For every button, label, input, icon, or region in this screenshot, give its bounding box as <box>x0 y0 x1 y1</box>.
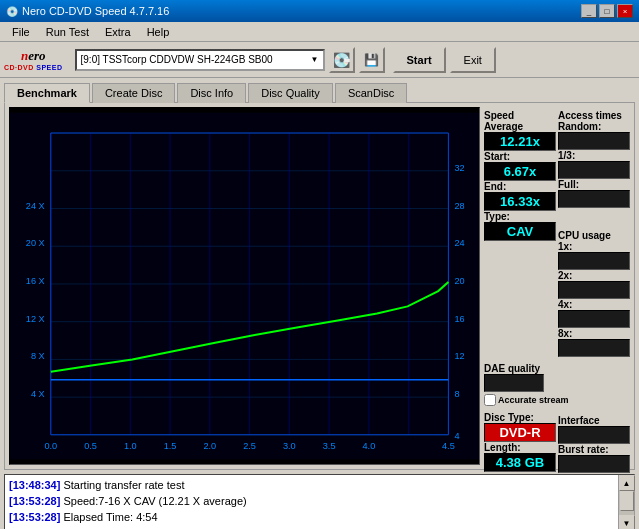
right-panel: Speed Average 12.21x Start: 6.67x End: 1… <box>484 103 634 469</box>
svg-text:4: 4 <box>455 431 460 441</box>
svg-text:24: 24 <box>455 238 465 248</box>
log-line-3: [13:53:28] Elapsed Time: 4:54 <box>9 509 614 525</box>
svg-text:2.0: 2.0 <box>203 441 216 451</box>
scroll-thumb[interactable] <box>620 491 634 511</box>
svg-text:20: 20 <box>455 276 465 286</box>
interface-value <box>558 426 630 444</box>
tab-disc-quality[interactable]: Disc Quality <box>248 83 333 103</box>
dae-label: DAE quality <box>484 363 630 374</box>
log-text-2: Speed:7-16 X CAV (12.21 X average) <box>63 495 246 507</box>
svg-text:24 X: 24 X <box>26 201 45 211</box>
log-area: [13:48:34] Starting transfer rate test [… <box>4 474 635 529</box>
one-third-label: 1/3: <box>558 150 630 161</box>
scroll-down-button[interactable]: ▼ <box>619 515 635 529</box>
dae-value <box>484 374 544 392</box>
start-label: Start: <box>484 151 556 162</box>
log-timestamp-3: [13:53:28] <box>9 511 60 523</box>
tab-disc-info[interactable]: Disc Info <box>177 83 246 103</box>
tab-create-disc[interactable]: Create Disc <box>92 83 175 103</box>
menubar: File Run Test Extra Help <box>0 22 639 42</box>
main-content: 4 X 8 X 12 X 16 X 20 X 24 X 4 8 12 16 20… <box>4 102 635 470</box>
speed-col: Speed Average 12.21x Start: 6.67x End: 1… <box>484 107 556 357</box>
tab-benchmark[interactable]: Benchmark <box>4 83 90 103</box>
burst-label: Burst rate: <box>558 444 630 455</box>
drive-label: [9:0] TSSTcorp CDDVDW SH-224GB SB00 <box>81 54 311 65</box>
menu-help[interactable]: Help <box>139 24 178 40</box>
svg-text:1.5: 1.5 <box>164 441 177 451</box>
window-controls[interactable]: _ □ × <box>581 4 633 18</box>
maximize-button[interactable]: □ <box>599 4 615 18</box>
titlebar: 💿 Nero CD-DVD Speed 4.7.7.16 _ □ × <box>0 0 639 22</box>
scroll-up-button[interactable]: ▲ <box>619 475 635 491</box>
menu-extra[interactable]: Extra <box>97 24 139 40</box>
cpu-2x-value <box>558 281 630 299</box>
svg-text:4 X: 4 X <box>31 389 45 399</box>
chart-area: 4 X 8 X 12 X 16 X 20 X 24 X 4 8 12 16 20… <box>9 107 480 465</box>
logo: nero CD·DVD SPEED <box>4 48 63 71</box>
save-icon: 💾 <box>364 53 379 67</box>
logo-nero: nero <box>21 48 46 64</box>
type-value: CAV <box>484 222 556 241</box>
scroll-track <box>619 491 634 515</box>
disc-type-value: DVD-R <box>484 423 556 442</box>
start-button[interactable]: Start <box>393 47 446 73</box>
close-button[interactable]: × <box>617 4 633 18</box>
cpu-usage-label: CPU usage <box>558 230 630 241</box>
end-label: End: <box>484 181 556 192</box>
combo-arrow[interactable]: ▼ <box>311 55 319 64</box>
cpu-4x-label: 4x: <box>558 299 630 310</box>
log-text-3: Elapsed Time: 4:54 <box>63 511 157 523</box>
svg-text:2.5: 2.5 <box>243 441 256 451</box>
disc-type-label: Disc Type: <box>484 412 556 423</box>
app-icon: 💿 <box>6 6 18 17</box>
drive-selector[interactable]: [9:0] TSSTcorp CDDVDW SH-224GB SB00 ▼ <box>75 49 325 71</box>
cpu-4x-value <box>558 310 630 328</box>
disc-icon-button[interactable]: 💽 <box>329 47 355 73</box>
save-icon-button[interactable]: 💾 <box>359 47 385 73</box>
access-times-label: Access times <box>558 110 630 121</box>
one-third-value <box>558 161 630 179</box>
end-value: 16.33x <box>484 192 556 211</box>
log-text-1: Starting transfer rate test <box>63 479 184 491</box>
disc-section: Disc Type: DVD-R Length: 4.38 GB Interfa… <box>484 412 630 473</box>
logo-sub: CD·DVD SPEED <box>4 64 63 71</box>
svg-text:16: 16 <box>455 314 465 324</box>
full-label: Full: <box>558 179 630 190</box>
log-timestamp-2: [13:53:28] <box>9 495 60 507</box>
log-scrollbar[interactable]: ▲ ▼ <box>618 475 634 529</box>
svg-text:32: 32 <box>455 163 465 173</box>
svg-text:8 X: 8 X <box>31 351 45 361</box>
tabbar: Benchmark Create Disc Disc Info Disc Qua… <box>0 78 639 102</box>
accurate-row: Accurate stream <box>484 394 630 406</box>
average-label: Average <box>484 121 556 132</box>
svg-text:0.5: 0.5 <box>84 441 97 451</box>
menu-run-test[interactable]: Run Test <box>38 24 97 40</box>
minimize-button[interactable]: _ <box>581 4 597 18</box>
average-value: 12.21x <box>484 132 556 151</box>
tab-scandisc[interactable]: ScanDisc <box>335 83 407 103</box>
exit-button[interactable]: Exit <box>450 47 496 73</box>
svg-text:28: 28 <box>455 201 465 211</box>
cpu-1x-value <box>558 252 630 270</box>
log-line-2: [13:53:28] Speed:7-16 X CAV (12.21 X ave… <box>9 493 614 509</box>
cpu-8x-value <box>558 339 630 357</box>
random-label: Random: <box>558 121 630 132</box>
disc-type-col: Disc Type: DVD-R Length: 4.38 GB <box>484 412 556 473</box>
svg-text:12: 12 <box>455 351 465 361</box>
interface-label: Interface <box>558 415 630 426</box>
full-value <box>558 190 630 208</box>
svg-text:16 X: 16 X <box>26 276 45 286</box>
chart-svg: 4 X 8 X 12 X 16 X 20 X 24 X 4 8 12 16 20… <box>10 108 479 464</box>
title-text: Nero CD-DVD Speed 4.7.7.16 <box>22 5 581 17</box>
accurate-label: Accurate stream <box>498 395 569 405</box>
type-label: Type: <box>484 211 556 222</box>
svg-text:8: 8 <box>455 389 460 399</box>
menu-file[interactable]: File <box>4 24 38 40</box>
length-value: 4.38 GB <box>484 453 556 472</box>
cpu-8x-label: 8x: <box>558 328 630 339</box>
svg-text:0.0: 0.0 <box>44 441 57 451</box>
accurate-checkbox[interactable] <box>484 394 496 406</box>
start-value: 6.67x <box>484 162 556 181</box>
random-value <box>558 132 630 150</box>
cpu-1x-label: 1x: <box>558 241 630 252</box>
